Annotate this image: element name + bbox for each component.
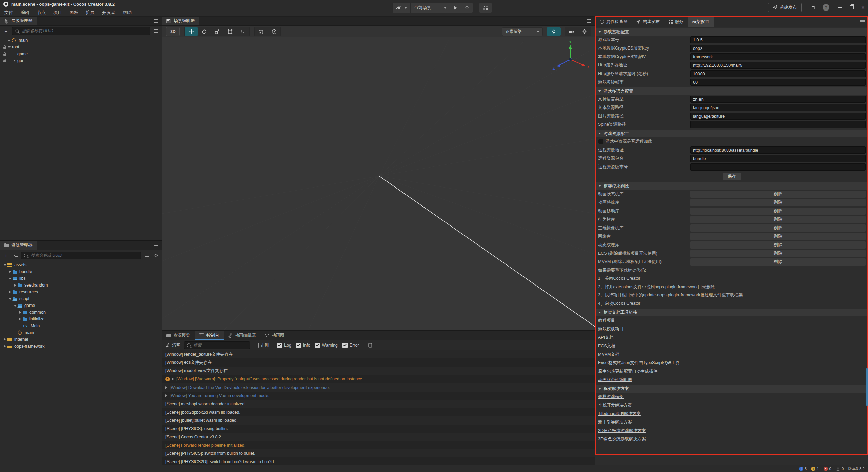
- lighting-toggle-button[interactable]: [547, 27, 561, 36]
- remove-module-button[interactable]: 剔除: [690, 191, 866, 198]
- warning-count[interactable]: ! 1: [811, 467, 819, 471]
- inspector-tab[interactable]: 框架配置: [688, 16, 714, 27]
- scene-settings-button[interactable]: [578, 27, 591, 36]
- chevron-icon[interactable]: [8, 298, 12, 300]
- doc-link[interactable]: 教程项目: [598, 318, 615, 323]
- remove-module-button[interactable]: 剔除: [690, 208, 866, 215]
- doc-link[interactable]: ECS文档: [598, 343, 615, 349]
- save-button[interactable]: 保存: [723, 173, 741, 180]
- chevron-icon[interactable]: [12, 59, 17, 62]
- minimize-button[interactable]: [838, 7, 842, 8]
- remove-module-button[interactable]: 剔除: [690, 258, 866, 266]
- log-detail-button[interactable]: [367, 342, 374, 349]
- inspector-menu-icon[interactable]: [860, 20, 865, 23]
- log-row[interactable]: ! [Scene] [box2d]:box2d wasm lib loaded.: [162, 408, 595, 416]
- config-value-input[interactable]: [690, 113, 866, 120]
- section-solutions[interactable]: 框架解决方案: [595, 385, 868, 393]
- expand-arrow-icon[interactable]: [172, 378, 174, 380]
- log-filter[interactable]: Warning: [315, 343, 338, 348]
- hierarchy-search-input[interactable]: [21, 28, 147, 34]
- inspector-tab[interactable]: 服务: [664, 16, 688, 27]
- config-value-input[interactable]: [690, 121, 866, 128]
- chevron-icon[interactable]: [7, 40, 11, 41]
- info-count[interactable]: i 3: [799, 467, 807, 471]
- chevron-icon[interactable]: [3, 264, 7, 266]
- scene-select-dropdown[interactable]: 当前场景: [411, 3, 450, 13]
- hierarchy-search[interactable]: [12, 27, 150, 35]
- task-count[interactable]: 0: [836, 467, 844, 471]
- section-doc-links[interactable]: 框架文档工具链接: [595, 309, 868, 316]
- coordinate-mode-button[interactable]: [268, 27, 280, 36]
- build-publish-button[interactable]: 构建发布: [768, 3, 802, 12]
- filter-checkbox[interactable]: [296, 343, 301, 348]
- hierarchy-node[interactable]: game: [0, 51, 162, 57]
- rotate-tool-button[interactable]: [198, 27, 211, 36]
- assets-filter-button[interactable]: [143, 252, 150, 259]
- add-node-button[interactable]: +: [3, 27, 9, 34]
- console-search-input[interactable]: [193, 342, 247, 348]
- chevron-icon[interactable]: [8, 278, 12, 279]
- scene-menu-icon[interactable]: [587, 19, 591, 23]
- scene-camera-button[interactable]: [565, 27, 578, 36]
- menu-item[interactable]: 帮助: [119, 9, 135, 16]
- log-row[interactable]: ! [Window] ecs文件夹存在: [162, 358, 595, 367]
- preview-grid-button[interactable]: [479, 3, 492, 13]
- chevron-icon[interactable]: [8, 291, 12, 293]
- log-row[interactable]: ! [Window] You are running Vue in develo…: [162, 392, 595, 400]
- assets-search-input[interactable]: [30, 253, 138, 258]
- chevron-icon[interactable]: [13, 284, 17, 287]
- scene-viewport[interactable]: Y X Z: [162, 37, 595, 331]
- doc-link[interactable]: API文档: [598, 335, 613, 340]
- solution-link[interactable]: 3D角色扮演游戏解决方案: [598, 436, 646, 442]
- hierarchy-tab[interactable]: 层级管理器: [0, 16, 37, 25]
- pivot-mode-button[interactable]: [255, 27, 268, 36]
- inspector-tab[interactable]: 构建发布: [632, 16, 664, 27]
- filter-checkbox[interactable]: [342, 343, 348, 348]
- asset-node[interactable]: script: [0, 295, 162, 302]
- menu-item[interactable]: 编辑: [17, 9, 33, 16]
- assets-tab[interactable]: 资源管理器: [0, 241, 37, 250]
- menu-item[interactable]: 面板: [66, 9, 82, 16]
- filter-checkbox[interactable]: [277, 343, 282, 348]
- log-row[interactable]: ! [Window] model_view文件夹存在: [162, 367, 595, 375]
- config-value-input[interactable]: [690, 70, 866, 77]
- asset-node[interactable]: common: [0, 309, 162, 316]
- log-row[interactable]: ! [Scene] [PHYSICS]: using builtin.: [162, 425, 595, 433]
- menu-item[interactable]: 文件: [1, 9, 17, 16]
- log-row[interactable]: ! [Window] [Vue warn]: Property "onInput…: [162, 375, 595, 383]
- error-count[interactable]: × 0: [824, 467, 831, 471]
- log-row[interactable]: ! [Scene] meshopt wasm decoder initializ…: [162, 400, 595, 408]
- asset-node[interactable]: bundle: [0, 268, 162, 275]
- move-tool-button[interactable]: [185, 27, 198, 36]
- transform-gizmo-button[interactable]: [236, 27, 249, 36]
- toggle-3d-button[interactable]: 3D: [166, 27, 180, 36]
- help-button[interactable]: ?: [823, 4, 829, 11]
- remove-module-button[interactable]: 剔除: [690, 241, 866, 249]
- solution-link[interactable]: 2D角色扮演游戏解决方案: [598, 428, 646, 434]
- asset-node[interactable]: libs: [0, 275, 162, 282]
- remove-module-button[interactable]: 剔除: [690, 199, 866, 206]
- close-button[interactable]: ×: [861, 5, 865, 11]
- log-row[interactable]: ! [Scene] Forward render pipeline initia…: [162, 441, 595, 449]
- doc-link[interactable]: 动画状态机编辑器: [598, 377, 632, 383]
- config-value-input[interactable]: [690, 155, 866, 162]
- play-button[interactable]: [450, 3, 461, 13]
- doc-link[interactable]: 游戏模板项目: [598, 326, 624, 332]
- inspector-tab[interactable]: 属性检查器: [595, 16, 632, 27]
- restart-button[interactable]: [461, 3, 473, 13]
- asset-node[interactable]: assets: [0, 261, 162, 268]
- clear-console-button[interactable]: 清空: [165, 342, 180, 348]
- solution-link[interactable]: 新手引导解决方案: [598, 419, 632, 425]
- chevron-icon[interactable]: [7, 46, 11, 48]
- scene-editor-tab[interactable]: 场景编辑器: [162, 16, 199, 25]
- remove-module-button[interactable]: 剔除: [690, 216, 866, 223]
- asset-node[interactable]: game: [0, 302, 162, 309]
- log-filter[interactable]: Log: [277, 343, 291, 348]
- remove-module-button[interactable]: 剔除: [690, 250, 866, 257]
- section-module-culling[interactable]: 框架模块剔除: [595, 182, 868, 190]
- log-row[interactable]: ! [Scene] [bullet]:bullet wasm lib loade…: [162, 416, 595, 425]
- menu-item[interactable]: 节点: [33, 9, 50, 16]
- sort-assets-button[interactable]: [12, 252, 19, 259]
- console-tab[interactable]: 动画图: [260, 331, 289, 340]
- log-row[interactable]: ! [Scene] [PHYSICS2D]: switch from box2d…: [162, 457, 595, 465]
